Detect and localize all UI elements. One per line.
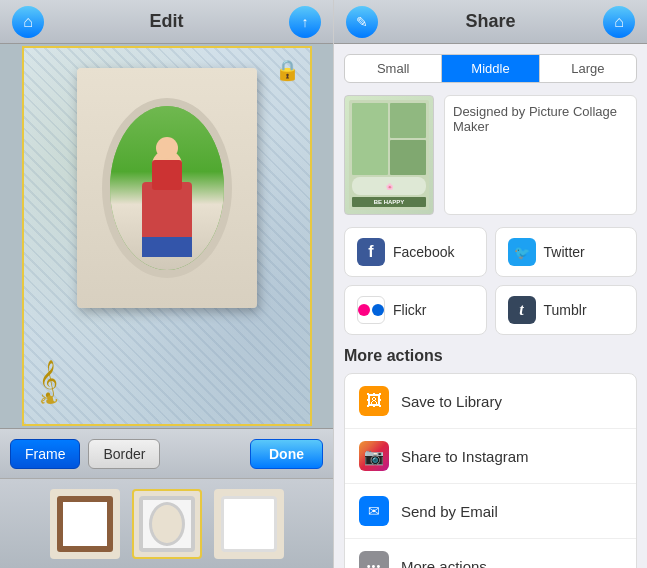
- more-actions-icon: •••: [359, 551, 389, 568]
- photo-placeholder: [110, 106, 224, 270]
- photo-card: [77, 68, 257, 308]
- done-button[interactable]: Done: [250, 439, 323, 469]
- frame-thumb-oval[interactable]: [132, 489, 202, 559]
- more-actions-heading: More actions: [344, 347, 637, 365]
- tumblr-icon: t: [508, 296, 536, 324]
- save-to-library-item[interactable]: 🖼 Save to Library: [345, 374, 636, 429]
- canvas-inner: 🔒 𝄞 ❧: [24, 48, 310, 424]
- home-icon-left: ⌂: [23, 13, 33, 31]
- oval-inner: [149, 502, 185, 546]
- flickr-dots: [358, 304, 384, 316]
- facebook-button[interactable]: f Facebook: [344, 227, 487, 277]
- save-library-label: Save to Library: [401, 393, 502, 410]
- golden-decoration: 𝄞 ❧: [39, 362, 59, 414]
- size-large-button[interactable]: Large: [540, 55, 636, 82]
- frame-thumb-simple[interactable]: [214, 489, 284, 559]
- canvas-area: 🔒 𝄞 ❧: [0, 44, 333, 428]
- share-instagram-label: Share to Instagram: [401, 448, 529, 465]
- flickr-dot-blue: [372, 304, 384, 316]
- size-selector: Small Middle Large: [344, 54, 637, 83]
- size-small-button[interactable]: Small: [345, 55, 442, 82]
- caption-text: Designed by Picture Collage Maker: [453, 104, 617, 134]
- edit-icon-button[interactable]: ✎: [346, 6, 378, 38]
- share-instagram-item[interactable]: 📷 Share to Instagram: [345, 429, 636, 484]
- facebook-icon: f: [357, 238, 385, 266]
- tumblr-label: Tumblr: [544, 302, 587, 318]
- twitter-icon: 🐦: [508, 238, 536, 266]
- preview-image: 🌸 BE HAPPY: [344, 95, 434, 215]
- action-list: 🖼 Save to Library 📷 Share to Instagram ✉…: [344, 373, 637, 568]
- facebook-label: Facebook: [393, 244, 454, 260]
- tumblr-button[interactable]: t Tumblr: [495, 285, 638, 335]
- edit-title: Edit: [150, 11, 184, 32]
- home-icon-right: ⌂: [614, 13, 624, 31]
- preview-banner: BE HAPPY: [352, 197, 426, 207]
- canvas-bg: 🔒 𝄞 ❧: [22, 46, 312, 426]
- home-button-left[interactable]: ⌂: [12, 6, 44, 38]
- share-title: Share: [465, 11, 515, 32]
- flickr-icon: [357, 296, 385, 324]
- size-middle-button[interactable]: Middle: [442, 55, 539, 82]
- twitter-button[interactable]: 🐦 Twitter: [495, 227, 638, 277]
- right-header: ✎ Share ⌂: [334, 0, 647, 44]
- twitter-label: Twitter: [544, 244, 585, 260]
- left-panel: ⌂ Edit ↑: [0, 0, 333, 568]
- share-icon: ↑: [302, 14, 309, 30]
- email-icon: ✉: [359, 496, 389, 526]
- oval-frame: [102, 98, 232, 278]
- flickr-button[interactable]: Flickr: [344, 285, 487, 335]
- left-header: ⌂ Edit ↑: [0, 0, 333, 44]
- bottom-toolbar: Frame Border Done: [0, 428, 333, 478]
- flickr-dot-pink: [358, 304, 370, 316]
- preview-row: 🌸 BE HAPPY Designed by Picture Collage M…: [344, 95, 637, 215]
- edit-icon: ✎: [356, 14, 368, 30]
- share-button[interactable]: ↑: [289, 6, 321, 38]
- frame-wood-preview: [57, 496, 113, 552]
- frame-thumb-wood[interactable]: [50, 489, 120, 559]
- share-content: Small Middle Large 🌸: [334, 44, 647, 568]
- send-email-item[interactable]: ✉ Send by Email: [345, 484, 636, 539]
- instagram-icon: 📷: [359, 441, 389, 471]
- more-actions-label-text: More actions: [401, 558, 487, 569]
- send-email-label: Send by Email: [401, 503, 498, 520]
- frame-simple-preview: [221, 496, 277, 552]
- caption-box[interactable]: Designed by Picture Collage Maker: [444, 95, 637, 215]
- border-tab[interactable]: Border: [88, 439, 160, 469]
- right-panel: ✎ Share ⌂ Small Middle Large: [333, 0, 647, 568]
- save-library-icon: 🖼: [359, 386, 389, 416]
- frame-oval-preview: [139, 496, 195, 552]
- more-actions-item[interactable]: ••• More actions: [345, 539, 636, 568]
- frame-strip: [0, 478, 333, 568]
- flickr-label: Flickr: [393, 302, 426, 318]
- frame-tab[interactable]: Frame: [10, 439, 80, 469]
- home-button-right[interactable]: ⌂: [603, 6, 635, 38]
- lock-icon: 🔒: [275, 58, 300, 82]
- social-grid: f Facebook 🐦 Twitter Flickr t Tumblr: [344, 227, 637, 335]
